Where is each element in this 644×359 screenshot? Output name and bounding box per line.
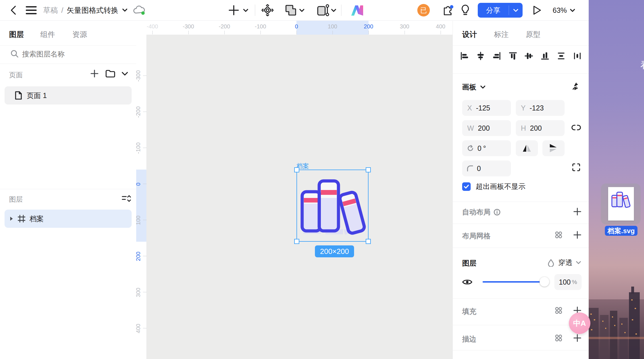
x-field-value: -125 bbox=[476, 104, 490, 112]
clip-content-row[interactable]: 超出画板不显示 bbox=[462, 182, 525, 191]
desktop-file-name[interactable]: 档案.svg bbox=[605, 226, 637, 236]
present-play-button[interactable] bbox=[532, 0, 542, 20]
zoom-chevron-icon bbox=[570, 9, 575, 12]
distribute-horizontal-icon[interactable] bbox=[573, 52, 582, 60]
align-right-icon[interactable] bbox=[493, 52, 501, 60]
tab-layers[interactable]: 图层 bbox=[9, 30, 24, 39]
add-page-button[interactable] bbox=[90, 69, 99, 79]
width-field[interactable]: W 200 bbox=[462, 120, 511, 136]
insert-tool-button[interactable] bbox=[228, 0, 239, 20]
tab-annotate[interactable]: 标注 bbox=[494, 30, 509, 39]
shape-tool-chevron-icon[interactable] bbox=[299, 0, 305, 20]
align-vertical-center-icon[interactable] bbox=[525, 52, 533, 60]
avatar-initial: 已 bbox=[420, 6, 427, 15]
move-tool-button[interactable] bbox=[262, 0, 273, 20]
layer-list-item-archive[interactable]: 档案 bbox=[5, 210, 132, 228]
ruler-v-label: -100 bbox=[136, 140, 142, 157]
selection-handle-ne[interactable] bbox=[366, 167, 371, 172]
translate-fab-button[interactable]: 中A bbox=[569, 312, 590, 334]
collapse-panel-icon[interactable] bbox=[571, 82, 580, 92]
insert-tool-chevron-icon[interactable] bbox=[243, 0, 249, 20]
breadcrumb: 草稿 / 矢量图格式转换 bbox=[43, 0, 128, 20]
align-bottom-icon[interactable] bbox=[541, 52, 549, 60]
clip-content-checkbox[interactable] bbox=[462, 182, 471, 191]
tab-design[interactable]: 设计 bbox=[462, 30, 477, 39]
shape-tool-button[interactable] bbox=[285, 0, 297, 20]
opacity-slider-handle[interactable] bbox=[540, 277, 549, 287]
help-lightbulb-button[interactable] bbox=[460, 0, 470, 20]
selection-handle-nw[interactable] bbox=[294, 167, 299, 172]
frame-tool-chevron-icon[interactable] bbox=[331, 0, 336, 20]
selected-artboard[interactable] bbox=[296, 170, 369, 242]
add-stroke-button[interactable] bbox=[573, 334, 582, 343]
stroke-section-title: 描边 bbox=[462, 334, 476, 344]
corner-radius-field[interactable]: 0 bbox=[462, 160, 511, 176]
height-field[interactable]: H 200 bbox=[516, 120, 565, 136]
fill-styles-button[interactable] bbox=[554, 306, 563, 316]
blend-droplet-icon bbox=[548, 259, 554, 267]
canvas-area[interactable]: -400 -300 -200 -100 0 100 200 300 400 -3… bbox=[136, 20, 453, 359]
ruler-v-label: -300 bbox=[136, 68, 142, 85]
add-layout-grid-button[interactable] bbox=[573, 231, 582, 240]
page-list-item[interactable]: 页面 1 bbox=[5, 86, 132, 105]
breadcrumb-folder[interactable]: 草稿 bbox=[43, 5, 58, 15]
file-thumbnail[interactable] bbox=[608, 187, 634, 221]
layout-grid-styles-button[interactable] bbox=[554, 231, 563, 240]
main-menu-button[interactable] bbox=[26, 0, 37, 20]
add-auto-layout-button[interactable] bbox=[573, 207, 582, 217]
opacity-slider-track[interactable] bbox=[483, 281, 548, 283]
artboard-type-chevron-icon bbox=[480, 85, 486, 89]
y-position-field[interactable]: Y -123 bbox=[516, 100, 565, 116]
search-input[interactable] bbox=[22, 48, 125, 60]
pages-section-title: 页面 bbox=[9, 70, 23, 80]
flip-vertical-button[interactable] bbox=[542, 140, 565, 156]
document-title[interactable]: 矢量图格式转换 bbox=[67, 5, 118, 15]
page-folder-button[interactable] bbox=[106, 70, 115, 79]
selection-size-badge: 200×200 bbox=[315, 245, 354, 257]
stroke-styles-button[interactable] bbox=[554, 334, 563, 343]
ruler-h-label: 100 bbox=[324, 23, 341, 30]
rotation-field[interactable]: 0 ° bbox=[462, 140, 511, 156]
selection-handle-sw[interactable] bbox=[294, 239, 299, 244]
ruler-h-label: -400 bbox=[144, 23, 161, 30]
independent-corners-button[interactable] bbox=[572, 163, 580, 173]
left-sidebar: 图层 组件 资源 页面 页面 1 图层 bbox=[0, 20, 136, 359]
title-menu-chevron-icon[interactable] bbox=[122, 8, 128, 12]
h-field-label: H bbox=[521, 124, 526, 132]
align-horizontal-center-icon[interactable] bbox=[476, 52, 485, 60]
layers-sort-button[interactable] bbox=[121, 194, 131, 204]
flip-horizontal-button[interactable] bbox=[516, 140, 538, 156]
selection-handle-se[interactable] bbox=[366, 239, 371, 244]
layers-section-title: 图层 bbox=[9, 195, 23, 204]
corner-radius-icon bbox=[467, 165, 473, 172]
constrain-proportions-link-icon[interactable] bbox=[571, 124, 581, 132]
plugins-button[interactable] bbox=[441, 0, 454, 20]
search-icon bbox=[10, 49, 19, 59]
y-field-label: Y bbox=[521, 104, 526, 112]
artboard-section-title: 画板 bbox=[462, 82, 476, 92]
align-top-icon[interactable] bbox=[509, 52, 517, 60]
share-button-group: 分享 bbox=[478, 3, 523, 18]
auto-layout-header: 自动布局 bbox=[462, 207, 501, 217]
ruler-v-label: -200 bbox=[136, 104, 142, 121]
tab-assets[interactable]: 资源 bbox=[72, 30, 87, 39]
blend-mode-dropdown[interactable]: 穿透 bbox=[548, 258, 582, 267]
layer-visibility-eye-icon[interactable] bbox=[462, 278, 472, 287]
align-left-icon[interactable] bbox=[460, 52, 469, 60]
layer-expand-caret-icon[interactable] bbox=[9, 216, 14, 221]
back-button[interactable] bbox=[10, 0, 17, 20]
x-position-field[interactable]: X -125 bbox=[462, 100, 511, 116]
share-dropdown-button[interactable] bbox=[509, 9, 523, 12]
app-logo-icon[interactable] bbox=[351, 0, 364, 20]
share-button[interactable]: 分享 bbox=[478, 6, 509, 15]
opacity-field[interactable]: 100 % bbox=[554, 274, 582, 290]
frame-tool-button[interactable] bbox=[317, 0, 329, 20]
distribute-vertical-icon[interactable] bbox=[557, 52, 565, 60]
artboard-section-header[interactable]: 画板 bbox=[462, 82, 486, 92]
pages-collapse-chevron-icon[interactable] bbox=[121, 72, 128, 77]
zoom-level-dropdown[interactable]: 63% bbox=[553, 0, 575, 20]
tab-prototype[interactable]: 原型 bbox=[526, 30, 540, 39]
tab-components[interactable]: 组件 bbox=[40, 30, 55, 39]
user-avatar[interactable]: 已 bbox=[417, 4, 430, 16]
info-icon[interactable] bbox=[493, 208, 501, 216]
